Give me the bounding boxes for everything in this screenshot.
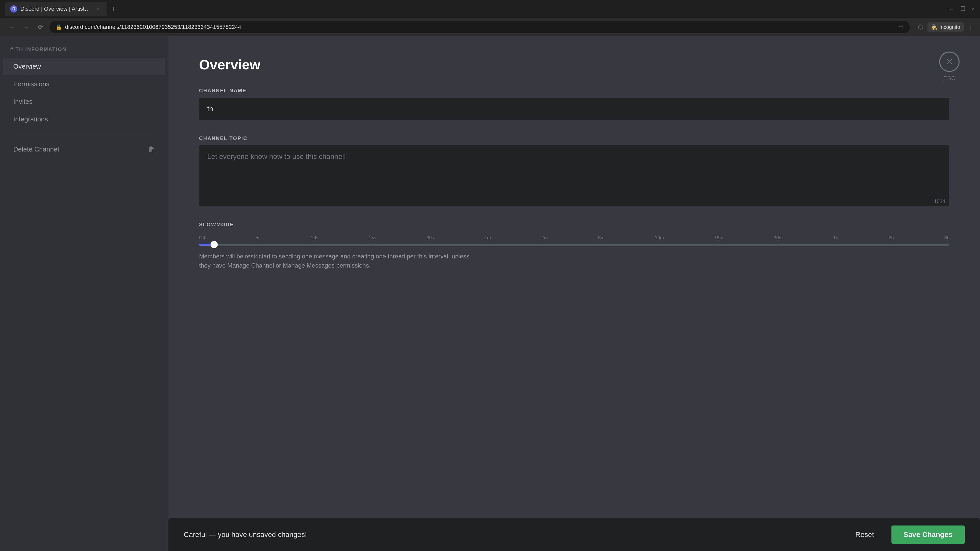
slowmode-slider-thumb[interactable] bbox=[210, 241, 218, 248]
browser-chrome: D Discord | Overview | Artists Disc... ×… bbox=[0, 0, 980, 36]
tick-15s: 15s bbox=[369, 235, 376, 241]
tick-10m: 10m bbox=[655, 235, 664, 241]
delete-channel-button[interactable]: Delete Channel 🗑 bbox=[3, 141, 165, 158]
slowmode-section: SLOWMODE Off 5s 10s 15s 30s 1m 2m 5m 10m… bbox=[199, 222, 950, 270]
esc-label: ESC bbox=[943, 75, 956, 82]
tick-1h: 1h bbox=[833, 235, 838, 241]
forward-button[interactable]: → bbox=[21, 22, 32, 32]
incognito-badge: 🕵 Incognito bbox=[928, 22, 964, 32]
tick-off: Off bbox=[199, 235, 205, 241]
tab-bar: D Discord | Overview | Artists Disc... ×… bbox=[0, 0, 980, 18]
menu-button[interactable]: ⋮ bbox=[968, 24, 974, 30]
slowmode-slider-container: Off 5s 10s 15s 30s 1m 2m 5m 10m 15m 30m … bbox=[199, 235, 950, 246]
url-text: discord.com/channels/1182362010067935253… bbox=[65, 24, 241, 30]
slowmode-label: SLOWMODE bbox=[199, 222, 950, 227]
channel-topic-input[interactable] bbox=[199, 145, 950, 197]
tick-10s: 10s bbox=[311, 235, 318, 241]
page-title: Overview bbox=[199, 57, 950, 73]
notification-text: Careful — you have unsaved changes! bbox=[184, 530, 838, 539]
sidebar-integrations-label: Integrations bbox=[13, 115, 48, 123]
incognito-label: Incognito bbox=[939, 24, 960, 30]
delete-channel-label: Delete Channel bbox=[13, 145, 59, 153]
address-bar-row: ← → ⟳ 🔒 discord.com/channels/11823620100… bbox=[0, 18, 980, 36]
tab-title: Discord | Overview | Artists Disc... bbox=[21, 6, 92, 12]
sidebar-item-permissions[interactable]: Permissions bbox=[3, 76, 165, 93]
tab-favicon: D bbox=[10, 5, 18, 13]
slowmode-tick-labels: Off 5s 10s 15s 30s 1m 2m 5m 10m 15m 30m … bbox=[199, 235, 950, 241]
sidebar: # TH INFORMATION Overview Permissions In… bbox=[0, 36, 169, 551]
lock-icon: 🔒 bbox=[56, 24, 62, 30]
close-button[interactable]: × bbox=[972, 6, 975, 12]
esc-circle-icon: ✕ bbox=[939, 52, 959, 72]
tab-close-button[interactable]: × bbox=[97, 6, 100, 12]
save-changes-button[interactable]: Save Changes bbox=[891, 526, 965, 544]
tick-2m: 2m bbox=[541, 235, 548, 241]
channel-name-input[interactable] bbox=[199, 98, 950, 120]
esc-button[interactable]: ✕ ESC bbox=[939, 52, 959, 82]
reload-button[interactable]: ⟳ bbox=[36, 22, 45, 32]
browser-actions: ⬡ 🕵 Incognito ⋮ bbox=[918, 22, 974, 32]
tick-15m: 15m bbox=[714, 235, 723, 241]
app-content: # TH INFORMATION Overview Permissions In… bbox=[0, 36, 980, 551]
trash-icon: 🗑 bbox=[148, 145, 155, 154]
tick-2h: 2h bbox=[889, 235, 894, 241]
back-button[interactable]: ← bbox=[6, 22, 17, 32]
sidebar-section-label: # TH INFORMATION bbox=[0, 46, 169, 57]
new-tab-button[interactable]: + bbox=[109, 3, 118, 15]
tick-1m: 1m bbox=[484, 235, 491, 241]
channel-topic-section: CHANNEL TOPIC 1024 bbox=[199, 135, 950, 206]
sidebar-divider bbox=[10, 134, 158, 135]
channel-name-section: CHANNEL NAME bbox=[199, 88, 950, 120]
sidebar-item-invites[interactable]: Invites bbox=[3, 93, 165, 110]
notification-bar: Careful — you have unsaved changes! Rese… bbox=[169, 518, 980, 551]
sidebar-invites-label: Invites bbox=[13, 98, 32, 106]
tick-5s: 5s bbox=[256, 235, 260, 241]
minimize-button[interactable]: — bbox=[948, 6, 954, 12]
slowmode-description: Members will be restricted to sending on… bbox=[199, 252, 480, 270]
sidebar-permissions-label: Permissions bbox=[13, 80, 49, 88]
bookmark-icon[interactable]: ☆ bbox=[899, 24, 904, 30]
active-tab[interactable]: D Discord | Overview | Artists Disc... × bbox=[5, 2, 107, 16]
extensions-button[interactable]: ⬡ bbox=[918, 24, 923, 30]
sidebar-overview-label: Overview bbox=[13, 62, 41, 70]
incognito-icon: 🕵 bbox=[931, 24, 937, 30]
reset-button[interactable]: Reset bbox=[848, 527, 881, 543]
slowmode-slider-track bbox=[199, 244, 950, 246]
sidebar-item-overview[interactable]: Overview bbox=[3, 58, 165, 75]
channel-topic-label: CHANNEL TOPIC bbox=[199, 135, 950, 141]
sidebar-item-integrations[interactable]: Integrations bbox=[3, 111, 165, 128]
address-bar[interactable]: 🔒 discord.com/channels/11823620100679352… bbox=[49, 21, 910, 33]
restore-button[interactable]: ❐ bbox=[960, 6, 966, 12]
tick-5m: 5m bbox=[598, 235, 605, 241]
channel-name-label: CHANNEL NAME bbox=[199, 88, 950, 94]
main-content: ✕ ESC Overview CHANNEL NAME CHANNEL TOPI… bbox=[169, 36, 980, 551]
tick-30m: 30m bbox=[774, 235, 783, 241]
channel-topic-counter: 1024 bbox=[199, 197, 950, 206]
tick-6h: 6h bbox=[944, 235, 950, 241]
window-controls: — ❐ × bbox=[948, 6, 975, 12]
tick-30s: 30s bbox=[427, 235, 434, 241]
